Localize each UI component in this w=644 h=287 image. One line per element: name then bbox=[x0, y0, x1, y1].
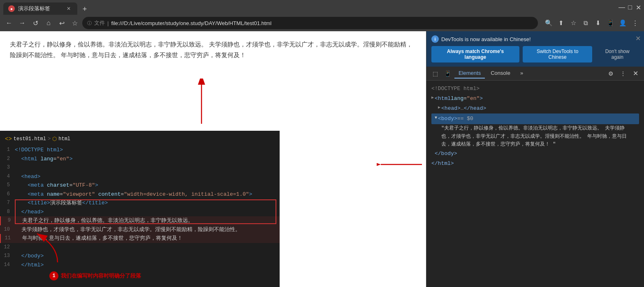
code-line-9: 9 夫君子之行，静以修身，俭以养德。非淡泊无以明志，非宁静无以致远。 bbox=[0, 216, 280, 225]
devtools-settings-icon[interactable]: ⚙ bbox=[605, 68, 616, 79]
browser-tab[interactable]: ● 演示段落标签 ✕ bbox=[3, 2, 77, 15]
devtools-toolbar: ⬚ 📱 Elements Console » ⚙ ⋮ ✕ bbox=[426, 67, 644, 81]
dont-show-again-button[interactable]: Don't show again bbox=[595, 46, 639, 62]
devtools-panel: i DevTools is now available in Chinese! … bbox=[426, 31, 644, 287]
dom-doctype: <!DOCTYPE html> bbox=[431, 84, 639, 94]
address-bar: ← → ↺ ⌂ ↩ ☆ ⓘ 文件 | file:///D:/Live/compu… bbox=[0, 15, 644, 31]
inspect-element-icon[interactable]: ⬚ bbox=[430, 68, 440, 79]
title-bar: ● 演示段落标签 ✕ + — □ ✕ bbox=[0, 0, 644, 15]
dom-tree: <!DOCTYPE html> ▶ <html lang="en" > ▶ <h… bbox=[426, 81, 644, 287]
device-toolbar-icon[interactable]: 📱 bbox=[442, 68, 453, 79]
back-button[interactable]: ← bbox=[3, 17, 15, 29]
url-info-icon: ⓘ bbox=[87, 20, 92, 26]
refresh-button[interactable]: ↺ bbox=[30, 17, 41, 29]
code-line-14: 14 </html> bbox=[0, 261, 280, 270]
info-icon: i bbox=[431, 35, 439, 43]
url-path-text: file:///D:/Live/computer/study/one.study… bbox=[111, 20, 271, 26]
url-bar[interactable]: ⓘ 文件 | file:///D:/Live/computer/study/on… bbox=[82, 17, 538, 29]
download-icon[interactable]: ⬇ bbox=[592, 17, 604, 29]
code-icon: <> bbox=[5, 136, 12, 142]
url-separator: | bbox=[107, 20, 109, 26]
code-line-3: 3 bbox=[0, 163, 280, 172]
code-editor: <> test01.html > ⬡ html 1 <!DOCTYPE html… bbox=[0, 131, 280, 287]
share-icon[interactable]: ⬆ bbox=[555, 17, 567, 29]
star-icon[interactable]: ☆ bbox=[568, 17, 579, 29]
code-line-7: 7 <title>演示段落标签</title> bbox=[0, 199, 280, 208]
breadcrumb-separator: > bbox=[48, 136, 51, 142]
dom-body-text: "夫君子之行，静以修身，俭以养德。非淡泊无以明志，非宁静无以致远。 夫学须静也，… bbox=[441, 124, 630, 149]
annotation-1-text: 我们在编写时内容时明确分了段落 bbox=[61, 272, 141, 280]
maximize-button[interactable]: □ bbox=[628, 5, 632, 10]
code-line-2: 2 <html lang="en"> bbox=[0, 155, 280, 164]
more-options-icon[interactable]: ⋮ bbox=[629, 17, 641, 29]
code-line-11: 11 年与时驰，意与日去，遂成枯落，多不接世，悲守穷庐，将复何及！ bbox=[0, 234, 280, 243]
devtools-close-button[interactable]: ✕ bbox=[630, 68, 641, 79]
breadcrumb-filename: test01.html bbox=[14, 136, 46, 142]
notification-buttons: Always match Chrome's language Switch De… bbox=[431, 46, 639, 62]
annotation-circle-1: 1 bbox=[49, 271, 58, 280]
code-breadcrumb: <> test01.html > ⬡ html bbox=[0, 134, 280, 146]
dom-body-close: </body> bbox=[431, 149, 639, 159]
tab-search-icon[interactable]: ⧉ bbox=[580, 17, 591, 29]
new-tab-button[interactable]: + bbox=[79, 3, 90, 15]
match-language-button[interactable]: Always match Chrome's language bbox=[431, 46, 519, 62]
minimize-button[interactable]: — bbox=[619, 5, 624, 10]
code-line-10: 10 夫学须静也，才须学也，非学无以广才，非志无以成学。淫慢则不能励精，险躁则不… bbox=[0, 225, 280, 234]
code-line-13: 13 </body> bbox=[0, 252, 280, 261]
html-icon: ⬡ bbox=[52, 136, 57, 142]
code-line-1: 1 <!DOCTYPE html> bbox=[0, 146, 280, 155]
dom-html-close: </html> bbox=[431, 159, 639, 169]
forward-button[interactable]: → bbox=[16, 17, 28, 29]
home-button[interactable]: ⌂ bbox=[43, 17, 54, 29]
dom-html-tag: ▶ <html lang="en" > bbox=[431, 94, 639, 104]
tab-close-button[interactable]: ✕ bbox=[65, 5, 72, 12]
tab-favicon-icon: ● bbox=[8, 5, 15, 12]
code-line-5: 5 <meta charset="UTF-8"> bbox=[0, 181, 280, 190]
close-window-button[interactable]: ✕ bbox=[636, 5, 641, 10]
notification-close-button[interactable]: ✕ bbox=[635, 35, 641, 42]
code-line-6: 6 <meta name="viewport" content="width=d… bbox=[0, 190, 280, 199]
switch-chinese-button[interactable]: Switch DevTools to Chinese bbox=[523, 46, 592, 62]
window-controls: — □ ✕ bbox=[619, 5, 641, 10]
dom-pseudo-text: == $0 bbox=[457, 114, 473, 123]
dom-head-tag: ▶ <head> … </head> bbox=[431, 104, 639, 113]
code-line-12: 12 bbox=[0, 243, 280, 252]
notification-text: DevTools is now available in Chinese! bbox=[441, 36, 531, 42]
tab-more[interactable]: » bbox=[516, 68, 527, 79]
search-icon[interactable]: 🔍 bbox=[543, 17, 554, 29]
code-annotation-1: 1 我们在编写时内容时明确分了段落 bbox=[49, 271, 141, 280]
undo-button[interactable]: ↩ bbox=[56, 17, 67, 29]
url-file-label: 文件 bbox=[94, 19, 105, 27]
profile-icon[interactable]: 👤 bbox=[617, 17, 628, 29]
annotation-arrow-up bbox=[185, 79, 218, 124]
browser-window: ● 演示段落标签 ✕ + — □ ✕ ← → ↺ ⌂ ↩ ☆ ⓘ 文件 | fi… bbox=[0, 0, 644, 287]
notification-header: i DevTools is now available in Chinese! bbox=[431, 35, 639, 43]
tab-area: ● 演示段落标签 ✕ + bbox=[3, 0, 619, 15]
devtools-notification: i DevTools is now available in Chinese! … bbox=[426, 31, 644, 67]
breadcrumb-html: html bbox=[58, 136, 70, 142]
code-line-8: 8 </head> bbox=[0, 208, 280, 217]
tab-console[interactable]: Console bbox=[486, 68, 514, 79]
webpage-text: 夫君子之行，静以修身，俭以养德。非淡泊无以明志，非宁静无以致远。 夫学须静也，才… bbox=[10, 39, 416, 60]
code-line-4: 4 <head> bbox=[0, 172, 280, 181]
devtools-more-icon[interactable]: ⋮ bbox=[618, 68, 628, 79]
device-icon[interactable]: 📱 bbox=[605, 17, 616, 29]
webpage-area: 夫君子之行，静以修身，俭以养德。非淡泊无以明志，非宁静无以致远。 夫学须静也，才… bbox=[0, 31, 426, 287]
dom-body-tag[interactable]: ▼ <body> == $0 bbox=[431, 113, 639, 124]
tab-title: 演示段落标签 bbox=[18, 5, 50, 12]
toolbar-icons: 🔍 ⬆ ☆ ⧉ ⬇ 📱 👤 ⋮ bbox=[543, 17, 641, 29]
tab-elements[interactable]: Elements bbox=[454, 68, 485, 79]
main-content: 夫君子之行，静以修身，俭以养德。非淡泊无以明志，非宁静无以致远。 夫学须静也，才… bbox=[0, 31, 644, 287]
bookmark-button[interactable]: ☆ bbox=[69, 17, 81, 29]
